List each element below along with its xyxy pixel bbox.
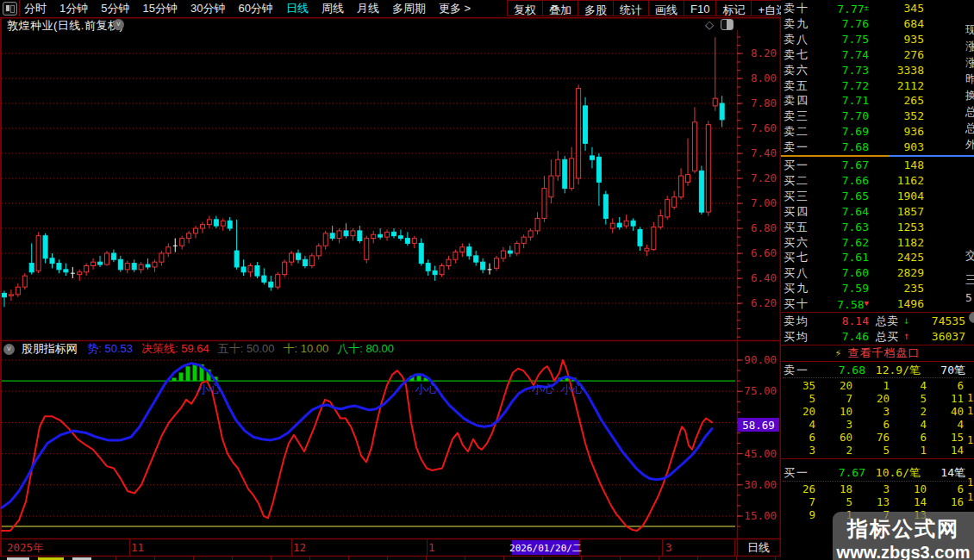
period-tab-60分钟[interactable]: 60分钟 (238, 1, 272, 16)
diamond-icon[interactable]: ◇ (705, 18, 714, 31)
buy-level-row[interactable]: 买四7.641857 (781, 204, 974, 219)
clipped-circle-icon (969, 312, 974, 323)
buy-level-volume: 1162 (867, 173, 924, 188)
sell-level-price: 7.74 (815, 47, 869, 62)
period-tab-30分钟[interactable]: 30分钟 (190, 1, 225, 16)
sell-queue-cell: 20 (781, 405, 815, 418)
period-tab-1分钟[interactable]: 1分钟 (59, 1, 88, 16)
total-buy-label: 总买 (876, 329, 898, 344)
candle-body (262, 276, 266, 282)
buy-level-row[interactable]: 买五7.631253 (781, 220, 974, 234)
sell-level-label: 卖五 (784, 78, 809, 93)
price-axis-label: 8.20 (751, 47, 777, 59)
buy1-summary-label: 买一 (784, 465, 809, 480)
sell1-summary[interactable]: 卖一7.6812.9/笔70笔 (781, 363, 974, 377)
sell1-summary-order-count: 70笔 (910, 363, 965, 377)
panel-toggle-icon[interactable] (721, 19, 734, 30)
sell-queue-cell: 4 (892, 418, 927, 431)
candle-body (269, 282, 273, 287)
collapse-icon[interactable]: ˅ (3, 344, 15, 355)
sell-level-row[interactable]: 卖四7.71265 (781, 93, 974, 108)
candle-body (91, 262, 96, 265)
period-tab-5分钟[interactable]: 5分钟 (101, 1, 129, 16)
sell-level-row[interactable]: 卖七7.74276 (781, 47, 974, 62)
sell-level-row[interactable]: 卖二7.69936 (781, 124, 974, 139)
buy-level-row[interactable]: 买一7.67148 (781, 158, 974, 172)
sell-level-row[interactable]: 卖六7.733338 (781, 63, 974, 78)
buy-queue-cell: 3 (855, 482, 890, 495)
period-box[interactable]: 日线 (738, 540, 779, 555)
candle-body (50, 258, 54, 264)
buy-level-row[interactable]: 买三7.651904 (781, 189, 974, 203)
sell-queue-cell: 1 (892, 444, 927, 457)
indicator-axis-label: 30.00 (744, 478, 777, 491)
buy-level-price: 7.58▼ (815, 296, 869, 312)
buy-level-row[interactable]: 买六7.621182 (781, 235, 974, 250)
indicator-name[interactable]: 股朋指标网 (22, 342, 78, 355)
candle-body (706, 125, 710, 213)
sell-average-row: 卖均8.14总卖↓74535 (781, 314, 974, 328)
chevron-down-icon[interactable]: ˅ (113, 19, 124, 30)
buy-queue-cell: 18 (818, 482, 852, 495)
period-tabs: 分时1分钟5分钟15分钟30分钟60分钟日线周线月线多周期更多 > (24, 0, 471, 17)
candle-body (78, 272, 82, 275)
candle-body (699, 171, 703, 212)
clipped-edge-digit: 1 (967, 405, 973, 417)
period-tab-更多 >[interactable]: 更多 > (439, 1, 471, 16)
buy-queue-cell: 13 (855, 495, 890, 508)
toolbar-button-标记[interactable]: 标记 (716, 0, 752, 16)
trading-app-window: 6.206.406.606.807.007.207.407.607.808.00… (0, 0, 974, 560)
period-tab-15分钟[interactable]: 15分钟 (142, 1, 177, 16)
toolbar-button-画线[interactable]: 画线 (649, 0, 684, 16)
candle-body (153, 262, 157, 267)
toolbar-button-叠加[interactable]: 叠加 (543, 0, 578, 16)
deep-quote-link[interactable]: ⚡查看千档盘口 (781, 345, 974, 360)
sell-queue-cell: 4 (929, 418, 964, 431)
sell-level-row[interactable]: 卖一7.68903 (781, 140, 974, 154)
candle-body (187, 233, 191, 239)
sell-level-row[interactable]: 卖十7.77±345 (781, 1, 974, 16)
candle-body (166, 247, 171, 253)
buy-level-volume: 1857 (867, 204, 924, 219)
candle-body (556, 159, 560, 176)
period-tab-周线[interactable]: 周线 (322, 1, 344, 16)
buy-level-row[interactable]: 买九7.59235 (781, 281, 974, 296)
buy1-summary[interactable]: 买一7.6710.6/笔14笔 (781, 465, 974, 480)
buy-level-row[interactable]: 买七7.612425 (781, 250, 974, 264)
charts-canvas[interactable]: 6.206.406.606.807.007.207.407.607.808.00… (0, 0, 781, 560)
buy-level-row[interactable]: 买二7.661162 (781, 173, 974, 188)
sell-level-row[interactable]: 卖五7.722112 (781, 78, 974, 93)
buy-level-volume: 1253 (867, 220, 924, 234)
candle-body (180, 239, 184, 246)
titlebar: 敦煌种业(日线.前复权) ˅ ◇ (0, 18, 781, 32)
sell-level-row[interactable]: 卖三7.70352 (781, 109, 974, 123)
sell-level-label: 卖三 (784, 109, 809, 123)
candle-body (638, 229, 642, 246)
sell-level-label: 卖四 (784, 93, 809, 108)
clipped-edge-digit: 1 (967, 434, 973, 446)
window-layout-icon[interactable] (3, 2, 17, 16)
toolbar-button-复权[interactable]: 复权 (508, 0, 543, 16)
buy1-summary-price: 7.67 (815, 465, 865, 480)
warning-annotation: 小心 (415, 383, 439, 395)
sell-level-volume: 936 (867, 124, 924, 139)
sell-level-row[interactable]: 卖九7.76684 (781, 16, 974, 31)
section-divider (781, 312, 974, 313)
sell-level-price: 7.77± (815, 1, 869, 16)
sell-queue-cell: 10 (818, 405, 852, 418)
sell-level-row[interactable]: 卖八7.75935 (781, 32, 974, 47)
period-tab-月线[interactable]: 月线 (357, 1, 379, 16)
indicator-params: 势: 50.53决策线: 59.64五十: 50.00十: 10.00八十: 8… (87, 342, 403, 355)
candle-body (139, 264, 143, 270)
sell-level-price: 7.68 (815, 140, 869, 154)
toolbar-button-统计[interactable]: 统计 (614, 0, 649, 16)
toolbar-button-多股[interactable]: 多股 (578, 0, 614, 16)
period-tab-日线[interactable]: 日线 (286, 1, 309, 16)
clipped-edge-digit: 1 (967, 491, 973, 503)
period-tab-多周期[interactable]: 多周期 (392, 1, 426, 16)
toolbar-button-F10[interactable]: F10 (684, 0, 716, 16)
candle-body (104, 253, 109, 264)
buy-level-row[interactable]: 买十7.58▼1496 (781, 296, 974, 311)
buy-level-row[interactable]: 买八7.602829 (781, 265, 974, 280)
period-tab-分时[interactable]: 分时 (24, 1, 47, 16)
